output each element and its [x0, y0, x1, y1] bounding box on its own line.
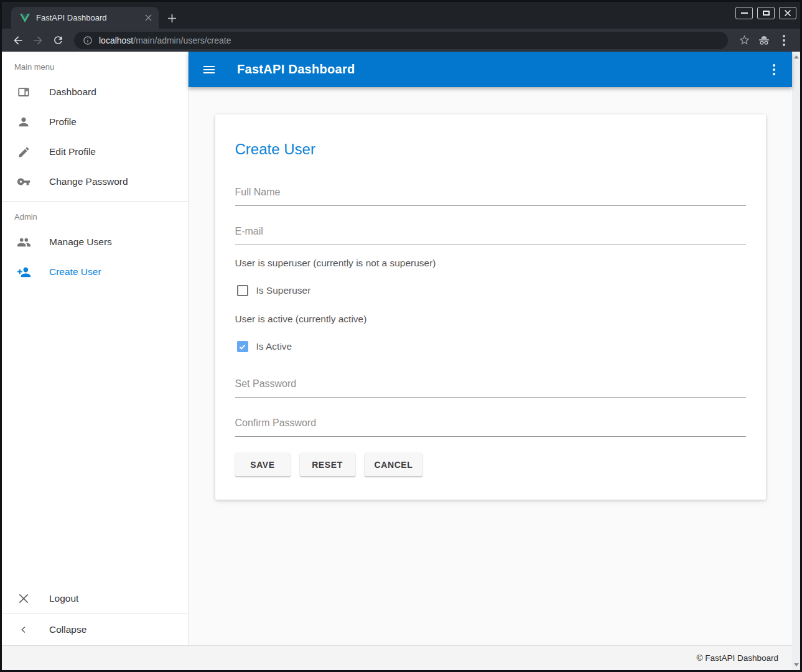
sidebar-section-main-menu: Main menu — [2, 52, 188, 77]
browser-toolbar: localhost/main/admin/users/create — [2, 29, 800, 52]
is-active-checkbox-row[interactable]: Is Active — [237, 341, 746, 352]
cancel-button[interactable]: CANCEL — [365, 453, 423, 476]
url-text: localhost/main/admin/users/create — [99, 35, 231, 45]
incognito-icon — [754, 31, 774, 50]
checkbox-unchecked-icon[interactable] — [237, 285, 248, 296]
chevron-left-icon — [16, 622, 31, 637]
is-superuser-checkbox-row[interactable]: Is Superuser — [237, 285, 746, 296]
sidebar-item-label: Profile — [49, 116, 77, 128]
site-info-icon[interactable] — [83, 35, 93, 45]
sidebar-item-profile[interactable]: Profile — [2, 107, 188, 137]
url-path: /main/admin/users/create — [133, 35, 231, 45]
sidebar-item-label: Logout — [49, 593, 78, 604]
bookmark-star-icon[interactable] — [734, 31, 754, 50]
copyright-text: © FastAPI Dashboard — [696, 653, 778, 663]
form-actions: SAVE RESET CANCEL — [235, 453, 746, 476]
sidebar-section-admin: Admin — [2, 202, 188, 227]
sidebar-item-create-user[interactable]: Create User — [2, 257, 188, 287]
window-controls — [735, 7, 796, 19]
reload-icon[interactable] — [48, 31, 68, 50]
sidebar-item-label: Change Password — [49, 176, 128, 187]
full-name-field[interactable] — [235, 185, 746, 206]
browser-viewport: Main menu Dashboard Profile — [2, 52, 800, 670]
app-bar-title: FastAPI Dashboard — [237, 62, 355, 77]
key-icon — [16, 174, 31, 189]
sidebar-item-label: Manage Users — [49, 236, 112, 248]
superuser-hint: User is superuser (currently is not a su… — [235, 258, 746, 269]
tab-title: FastAPI Dashboard — [36, 13, 141, 22]
pencil-icon — [16, 144, 31, 159]
create-user-card: Create User User is superuser (currently… — [215, 114, 766, 500]
sidebar-item-edit-profile[interactable]: Edit Profile — [2, 137, 188, 167]
minimize-button[interactable] — [735, 7, 753, 19]
sidebar-item-label: Dashboard — [49, 86, 96, 98]
forward-icon[interactable] — [28, 31, 48, 50]
sidebar-item-label: Edit Profile — [49, 146, 96, 157]
checkbox-checked-icon[interactable] — [237, 341, 248, 352]
vue-logo-icon — [20, 14, 30, 22]
email-field[interactable] — [235, 225, 746, 245]
reset-button[interactable]: RESET — [300, 453, 355, 476]
checkbox-label: Is Active — [256, 341, 292, 352]
tab-close-icon[interactable] — [141, 11, 155, 25]
browser-menu-icon[interactable] — [774, 31, 794, 50]
person-add-icon — [16, 264, 31, 279]
close-icon — [16, 591, 31, 606]
sidebar: Main menu Dashboard Profile — [2, 52, 189, 645]
people-icon — [16, 235, 31, 250]
page-title: Create User — [235, 141, 746, 158]
url-host: localhost — [99, 35, 133, 45]
sidebar-item-logout[interactable]: Logout — [2, 584, 188, 614]
checkbox-label: Is Superuser — [256, 285, 311, 296]
sidebar-item-label: Collapse — [49, 624, 86, 635]
sidebar-item-change-password[interactable]: Change Password — [2, 167, 188, 197]
save-button[interactable]: SAVE — [235, 453, 291, 476]
maximize-button[interactable] — [757, 7, 775, 19]
set-password-field[interactable] — [235, 377, 746, 398]
app-bar: FastAPI Dashboard — [189, 52, 792, 87]
main-area: FastAPI Dashboard Create User User is su… — [189, 52, 792, 645]
dashboard-icon — [16, 85, 31, 100]
person-icon — [16, 114, 31, 129]
back-icon[interactable] — [8, 31, 28, 50]
browser-tab[interactable]: FastAPI Dashboard — [11, 7, 159, 29]
address-bar[interactable]: localhost/main/admin/users/create — [74, 32, 728, 49]
page-footer: © FastAPI Dashboard — [2, 645, 792, 670]
sidebar-item-manage-users[interactable]: Manage Users — [2, 227, 188, 257]
browser-window: FastAPI Dashboard — [0, 0, 802, 672]
scroll-down-icon[interactable] — [794, 663, 799, 666]
sidebar-item-dashboard[interactable]: Dashboard — [2, 77, 188, 107]
hamburger-menu-icon[interactable] — [202, 62, 217, 77]
app-bar-menu-icon[interactable] — [769, 60, 779, 79]
tab-strip: FastAPI Dashboard — [2, 2, 800, 29]
page-content: Create User User is superuser (currently… — [189, 87, 792, 645]
new-tab-button[interactable] — [164, 10, 180, 26]
sidebar-item-label: Create User — [49, 266, 101, 278]
close-window-button[interactable] — [779, 7, 796, 19]
vertical-scrollbar[interactable] — [792, 52, 800, 670]
sidebar-item-collapse[interactable]: Collapse — [2, 614, 188, 645]
confirm-password-field[interactable] — [235, 416, 746, 437]
active-hint: User is active (currently active) — [235, 314, 746, 325]
scroll-up-icon[interactable] — [794, 55, 799, 58]
